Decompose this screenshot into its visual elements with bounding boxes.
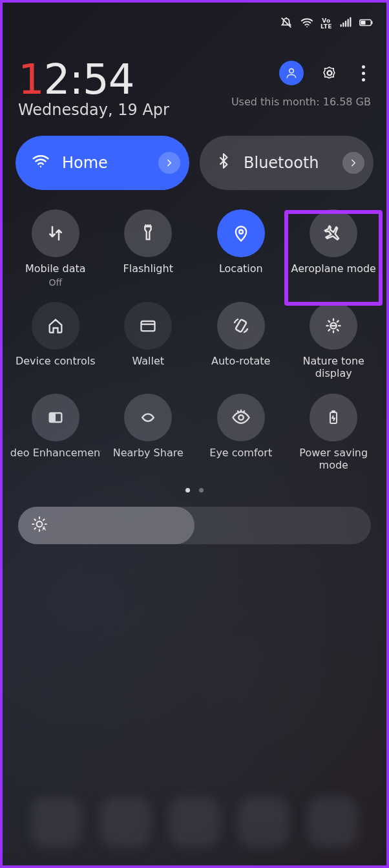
battery-icon (310, 394, 357, 441)
tile-label: Eye comfort (196, 447, 286, 459)
svg-rect-2 (361, 21, 365, 25)
svg-text:A: A (42, 525, 46, 532)
tile-label: Nature tone display (288, 355, 379, 379)
settings-button[interactable] (319, 63, 340, 83)
qs-tile-flashlight[interactable]: Flashlight (102, 209, 195, 288)
tile-label: Wallet (103, 355, 193, 367)
dock-app (308, 797, 358, 847)
svg-rect-7 (235, 319, 246, 332)
page-indicator[interactable] (3, 471, 386, 504)
svg-point-11 (238, 415, 244, 420)
tile-label: deo Enhancement (10, 447, 101, 459)
svg-point-13 (37, 522, 43, 527)
pager-dot (199, 488, 204, 492)
panel-header: 12:54 Wednesday, 19 Apr Used this month:… (3, 37, 386, 124)
bluetooth-icon (215, 153, 232, 173)
qs-tile-location[interactable]: Location (194, 209, 288, 288)
enhance-icon (32, 394, 79, 441)
wifi-icon (31, 151, 50, 175)
svg-point-3 (289, 69, 294, 73)
tile-label: Auto-rotate (196, 355, 286, 367)
qs-tile-data-arrows[interactable]: Mobile dataOff (9, 209, 102, 288)
svg-rect-1 (372, 21, 372, 24)
tile-sublabel: Off (48, 277, 62, 288)
background-dock (3, 797, 386, 847)
user-avatar-button[interactable] (279, 61, 304, 85)
flashlight-icon (124, 209, 172, 257)
clock-hour-leading: 1 (18, 56, 44, 103)
bluetooth-label: Bluetooth (244, 154, 319, 172)
qs-tile-nearby[interactable]: Nearby Share (102, 394, 195, 471)
wifi-label: Home (62, 154, 108, 172)
tile-label: Aeroplane mode (288, 262, 379, 275)
brightness-slider[interactable]: A (18, 507, 371, 544)
dock-app (169, 797, 220, 847)
volte-icon: VoLTE (321, 18, 332, 30)
qs-tile-wallet[interactable]: Wallet (102, 302, 195, 379)
dock-app (100, 797, 151, 847)
clock-time-rest: 2:54 (44, 56, 134, 103)
quick-settings-grid: Mobile dataOffFlashlightLocationAeroplan… (3, 190, 386, 471)
dock-app (31, 797, 81, 847)
nearby-icon (124, 394, 172, 441)
dot-icon (362, 72, 365, 75)
qs-tile-house[interactable]: Device controls (9, 302, 102, 379)
clock-time: 12:54 (18, 56, 169, 103)
tile-label: Location (196, 262, 286, 275)
pager-dot (185, 488, 190, 492)
qs-tile-eye[interactable]: Eye comfort (194, 394, 288, 471)
brightness-auto-icon: A (31, 516, 48, 535)
sun-icon (310, 302, 357, 350)
wallet-icon (124, 302, 172, 350)
svg-point-5 (239, 230, 243, 234)
tile-label: Nearby Share (103, 447, 193, 459)
svg-rect-10 (49, 413, 55, 422)
qs-tile-battery[interactable]: Power saving mode (288, 394, 381, 471)
qs-tile-sun[interactable]: Nature tone display (288, 302, 381, 379)
signal-icon (339, 16, 353, 32)
house-icon (32, 302, 79, 350)
qs-tile-airplane[interactable]: Aeroplane mode (288, 209, 381, 288)
wifi-tile[interactable]: Home (16, 136, 189, 190)
rotate-icon (217, 302, 265, 350)
bluetooth-tile[interactable]: Bluetooth (200, 136, 373, 190)
qs-tile-rotate[interactable]: Auto-rotate (194, 302, 288, 379)
dot-icon (362, 65, 365, 69)
wifi-icon (300, 16, 314, 32)
tile-label: Mobile data (10, 262, 101, 275)
battery-icon (359, 16, 373, 32)
dot-icon (362, 78, 365, 81)
dock-app (238, 797, 289, 847)
chevron-right-icon[interactable] (342, 152, 364, 174)
airplane-icon (310, 209, 357, 257)
location-icon (217, 209, 265, 257)
data-arrows-icon (32, 209, 79, 257)
more-button[interactable] (355, 65, 371, 81)
chevron-right-icon[interactable] (158, 152, 180, 174)
qs-tile-enhance[interactable]: deo Enhancement (9, 394, 102, 471)
svg-point-4 (328, 71, 332, 76)
status-bar: VoLTE (3, 3, 386, 37)
data-usage-text: Used this month: 16.58 GB (231, 96, 371, 108)
tile-label: Device controls (10, 355, 101, 367)
mute-icon (279, 16, 293, 32)
clock-date: Wednesday, 19 Apr (18, 101, 169, 119)
svg-rect-6 (142, 321, 155, 331)
eye-icon (217, 394, 265, 441)
tile-label: Power saving mode (288, 447, 379, 471)
tile-label: Flashlight (103, 262, 193, 275)
